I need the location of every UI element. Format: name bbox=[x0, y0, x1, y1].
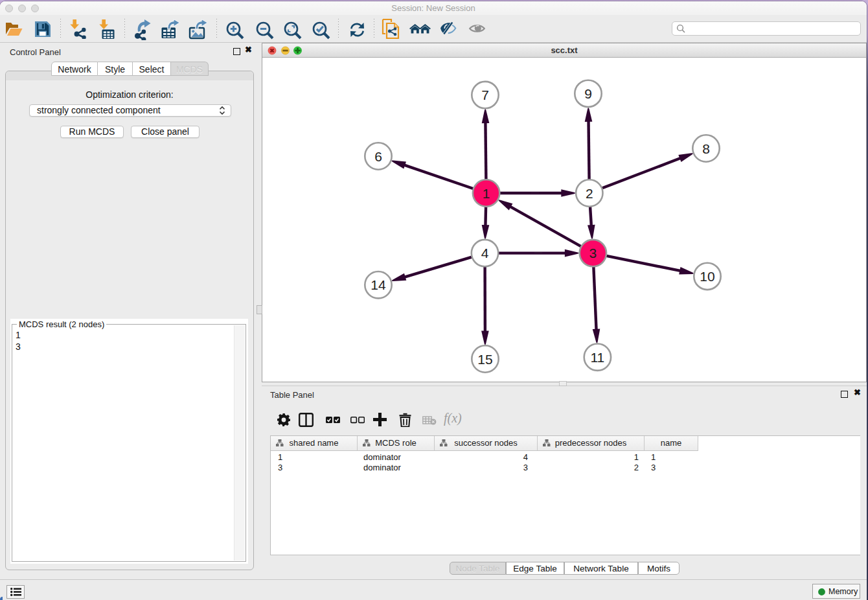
svg-text:10: 10 bbox=[700, 269, 714, 284]
svg-text:6: 6 bbox=[374, 149, 382, 164]
svg-text:11: 11 bbox=[590, 350, 604, 365]
svg-text:1: 1 bbox=[483, 186, 490, 201]
svg-text:2: 2 bbox=[586, 186, 593, 201]
svg-text:15: 15 bbox=[477, 352, 492, 367]
svg-text:3: 3 bbox=[589, 246, 597, 260]
svg-text:9: 9 bbox=[584, 86, 592, 101]
svg-text:8: 8 bbox=[702, 141, 710, 156]
svg-text:4: 4 bbox=[481, 246, 489, 260]
svg-text:7: 7 bbox=[481, 87, 489, 102]
svg-text:14: 14 bbox=[371, 277, 386, 292]
